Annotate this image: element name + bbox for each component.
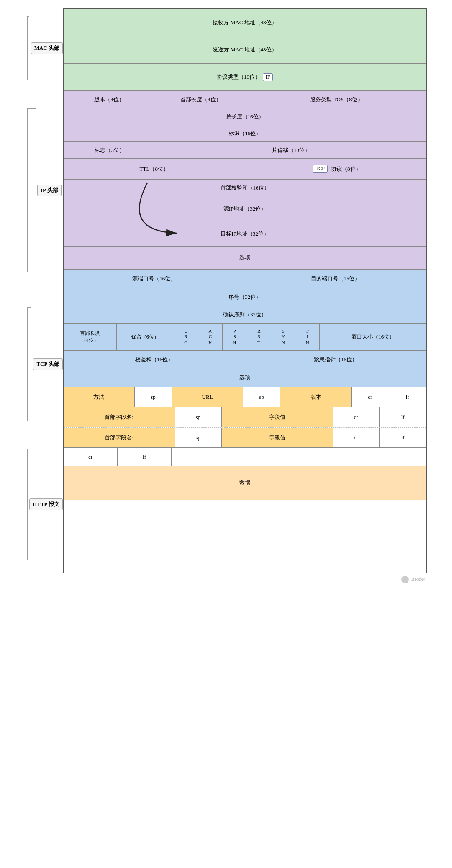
http-r1c2: sp <box>135 387 172 407</box>
mac-row3-prefix: 协议类型（16位） <box>217 73 260 81</box>
tcp-row6: 选项 <box>64 368 426 387</box>
ip-r5c2: 协议（8位） <box>331 165 361 173</box>
tcp-r2-text: 序号（32位） <box>229 293 261 301</box>
labels-column: MAC 头部 IP 头部 TCP 头部 <box>25 8 63 573</box>
http-r4-empty <box>172 448 426 466</box>
http-r3c2: sp <box>175 428 222 447</box>
tcp-row2: 序号（32位） <box>64 288 426 306</box>
http-r3c1: 首部字段名: <box>64 428 175 447</box>
mac-row2: 发送方 MAC 地址（48位） <box>64 36 426 64</box>
diagram-container: MAC 头部 IP 头部 TCP 头部 <box>25 8 427 583</box>
http-data-row: 数据 <box>64 466 426 500</box>
ip-r5-tcp-badge-cell: TCP 协议（8位） <box>245 159 426 179</box>
tcp-r4c5: PSH <box>223 324 247 350</box>
ip-r5c1: TTL（8位） <box>64 159 245 179</box>
tcp-r4c9: 窗口大小（16位） <box>320 324 426 350</box>
ip-label-area: IP 头部 <box>25 88 63 293</box>
ip-r7-text: 源IP地址（32位） <box>223 205 267 213</box>
http-row4: cr lf <box>64 448 426 466</box>
tcp-r5c2: 紧急指针（16位） <box>245 351 426 368</box>
ip-r9-text: 选项 <box>239 254 250 262</box>
tcp-r4c2: 保留（6位） <box>117 324 174 350</box>
http-row1: 方法 sp URL sp 版本 cr lf <box>64 387 426 407</box>
tcp-r4c4: ACK <box>198 324 223 350</box>
http-row3: 首部字段名: sp 字段值 cr lf <box>64 428 426 448</box>
watermark: Broder <box>25 576 427 583</box>
tcp-r6-text: 选项 <box>239 374 250 381</box>
tcp-r1c1: 源端口号（16位） <box>64 270 245 288</box>
main-diagram: 接收方 MAC 地址（48位） 发送方 MAC 地址（48位） 协议类型（16位… <box>63 8 427 573</box>
http-data-text: 数据 <box>239 479 250 487</box>
ip-label: IP 头部 <box>37 185 62 196</box>
http-r4c1: cr <box>64 448 118 466</box>
ip-r4c1: 标志（3位） <box>64 142 156 158</box>
ip-r1c3: 服务类型 TOS（8位） <box>247 91 426 108</box>
ip-row4: 标志（3位） 片偏移（13位） <box>64 142 426 159</box>
ip-row2: 总长度（16位） <box>64 108 426 125</box>
http-r3c3: 字段值 <box>222 428 333 447</box>
tcp-r5c1: 校验和（16位） <box>64 351 245 368</box>
http-label: HTTP 报文 <box>29 498 63 510</box>
tcp-row5: 校验和（16位） 紧急指针（16位） <box>64 351 426 368</box>
ip-r3-text: 标识（16位） <box>229 130 261 137</box>
ip-row5: TTL（8位） TCP 协议（8位） <box>64 159 426 180</box>
mac-label: MAC 头部 <box>31 42 63 54</box>
http-r2c2: sp <box>175 407 222 427</box>
tcp-label: TCP 头部 <box>33 358 63 370</box>
http-r2c3: 字段值 <box>222 407 333 427</box>
ip-r1c2: 首部长度（4位） <box>155 91 247 108</box>
http-r1c6: cr <box>352 387 389 407</box>
tcp-r4c3: URG <box>174 324 198 350</box>
ip-badge: IP <box>263 73 273 81</box>
tcp-r1c2: 目的端口号（16位） <box>245 270 426 288</box>
ip-row7: 源IP地址（32位） <box>64 196 426 221</box>
http-r3c5: lf <box>380 428 426 447</box>
tcp-badge: TCP <box>313 165 328 173</box>
ip-row6: 首部校验和（16位） <box>64 180 426 196</box>
http-r1c7: lf <box>389 387 426 407</box>
http-r1c1: 方法 <box>64 387 135 407</box>
http-r4c2: lf <box>118 448 172 466</box>
http-r1c5: 版本 <box>280 387 352 407</box>
ip-r2-text: 总长度（16位） <box>226 113 264 121</box>
tcp-r4c6: RST <box>247 324 271 350</box>
mac-label-area: MAC 头部 <box>25 8 63 88</box>
tcp-row3: 确认序列（32位） <box>64 306 426 324</box>
ip-row1: 版本（4位） 首部长度（4位） 服务类型 TOS（8位） <box>64 91 426 108</box>
ip-r4c2: 片偏移（13位） <box>156 142 426 158</box>
watermark-text: Broder <box>411 576 425 582</box>
tcp-r4c8: FIN <box>295 324 320 350</box>
tcp-label-area: TCP 头部 <box>25 293 63 435</box>
tcp-row1: 源端口号（16位） 目的端口号（16位） <box>64 270 426 288</box>
tcp-r4c7: SYN <box>271 324 295 350</box>
http-r2c1: 首部字段名: <box>64 407 175 427</box>
mac-row1-text: 接收方 MAC 地址（48位） <box>213 19 277 26</box>
http-r2c4: cr <box>333 407 380 427</box>
mac-row1: 接收方 MAC 地址（48位） <box>64 9 426 36</box>
tcp-r3-text: 确认序列（32位） <box>223 311 267 318</box>
http-r3c4: cr <box>333 428 380 447</box>
ip-r1c1: 版本（4位） <box>64 91 155 108</box>
ip-row9: 选项 <box>64 247 426 270</box>
tcp-r4c1: 首部长度 （4位） <box>64 324 117 350</box>
http-row2: 首部字段名: sp 字段值 cr lf <box>64 407 426 427</box>
ip-r8-text: 目标IP地址（32位） <box>221 230 269 238</box>
http-r1c3: URL <box>172 387 243 407</box>
http-label-area: HTTP 报文 <box>25 435 63 573</box>
ip-r6-text: 首部校验和（16位） <box>221 184 270 192</box>
mac-row3: 协议类型（16位） IP <box>64 64 426 91</box>
ip-row8: 目标IP地址（32位） <box>64 221 426 247</box>
ip-row3: 标识（16位） <box>64 125 426 142</box>
http-r1c4: sp <box>243 387 280 407</box>
mac-row2-text: 发送方 MAC 地址（48位） <box>213 46 277 54</box>
http-r2c5: lf <box>380 407 426 427</box>
tcp-row4: 首部长度 （4位） 保留（6位） URG ACK PSH RST SYN <box>64 324 426 351</box>
